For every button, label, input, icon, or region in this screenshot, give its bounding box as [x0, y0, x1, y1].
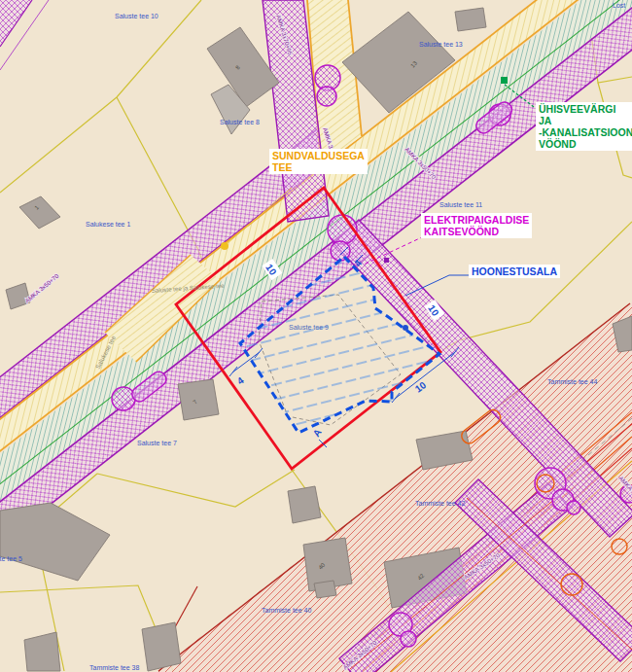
map-canvas: 8 13 1 7 40 42 [0, 0, 632, 672]
address-label-tammiste-38: Tammiste tee 38 [89, 664, 139, 671]
label-hoonestusala: HOONESTUSALA [469, 265, 560, 278]
address-label-saluste-9: Saluste tee 9 [289, 324, 329, 331]
detail-plan-map[interactable]: 8 13 1 7 40 42 [0, 0, 632, 672]
address-label-salukese-1: Salukese tee 1 [86, 221, 130, 228]
address-label-saluste-7: Saluste tee 7 [137, 440, 177, 446]
address-label-tammiste-44: Tammiste tee 44 [547, 378, 597, 385]
address-label-saluste-10: Saluste tee 10 [115, 13, 158, 19]
address-label-saluste-13: Saluste tee 13 [419, 41, 463, 48]
leader-dot-yellow [221, 242, 228, 250]
label-sundvaldusega-tee: SUNDVALDUSEGA TEE [269, 149, 368, 174]
water-point-marker [501, 77, 508, 84]
label-elektripaigaldise-kaitsevoond: ELEKTRIPAIGALDISE KAITSEVÖÖND [421, 213, 532, 238]
label-line: VÖÖND [539, 138, 632, 150]
address-label-saluste-5: Saluste tee 5 [0, 555, 22, 562]
label-line: KAITSEVÖÖND [424, 226, 529, 237]
label-line: SUNDVALDUSEGA [272, 150, 365, 161]
address-label-tammiste-40: Tammiste tee 40 [262, 607, 311, 614]
label-line: JA [539, 115, 632, 126]
address-label-saluste-8: Saluste tee 8 [220, 119, 260, 125]
label-line: TEE [272, 161, 365, 173]
label-yhisveevargi-voond: ÜHISVEEVÄRGI JA -KANALISATSIOONI VÖÖND [536, 102, 632, 151]
address-label-tammiste-42: Tammiste tee 42 [415, 500, 465, 507]
label-line: ELEKTRIPAIGALDISE [424, 214, 529, 226]
label-line: -KANALISATSIOONI [539, 126, 632, 138]
label-line: HOONESTUSALA [472, 265, 557, 277]
address-label-saluste-11: Saluste tee 11 [439, 201, 482, 208]
label-line: ÜHISVEEVÄRGI [539, 103, 632, 115]
address-label-corner-partial: Lost [613, 2, 625, 9]
point-marker-blue [403, 325, 408, 331]
cable-point-marker [384, 258, 389, 263]
